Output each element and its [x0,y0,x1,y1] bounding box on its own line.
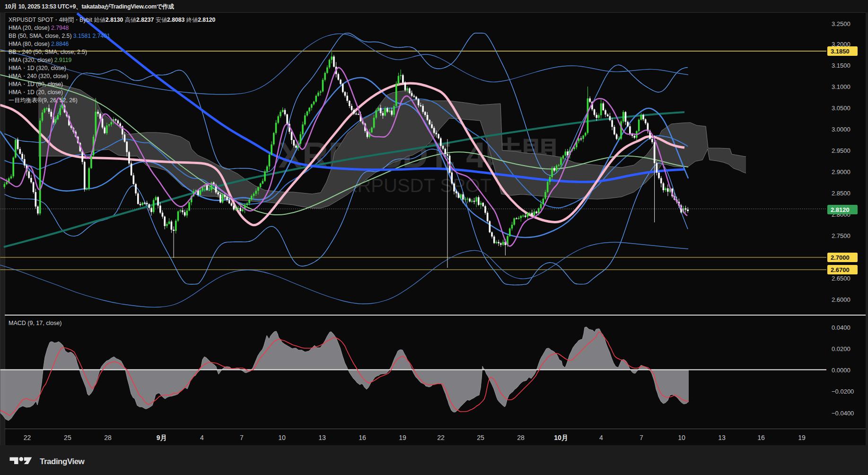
svg-text:7: 7 [640,434,643,441]
svg-text:2.6000: 2.6000 [832,296,850,303]
svg-text:3.1500: 3.1500 [832,62,850,69]
svg-text:28: 28 [104,434,112,441]
svg-text:XRPUSDT SPOT・4時間・Bybit 始値2.81: XRPUSDT SPOT・4時間・Bybit 始値2.8130 高値2.8237… [9,17,216,23]
svg-text:一目均衡表®(9, 26, 52, 26): 一目均衡表®(9, 26, 52, 26) [9,97,78,104]
svg-text:3.0000: 3.0000 [832,126,850,133]
svg-text:HMA・1D (20, close): HMA・1D (20, close) [9,89,63,96]
svg-text:−0.0200: −0.0200 [832,388,854,395]
svg-text:9月: 9月 [157,434,167,441]
svg-text:3.0500: 3.0500 [832,105,850,112]
svg-text:3.1850: 3.1850 [831,48,850,55]
svg-text:0.0400: 0.0400 [832,324,850,331]
svg-text:HMA (320, close) 2.9119: HMA (320, close) 2.9119 [9,57,71,63]
svg-text:HMA (80, close) 2.8846: HMA (80, close) 2.8846 [9,41,69,47]
svg-text:2.8500: 2.8500 [832,190,850,197]
svg-text:0.0000: 0.0000 [832,367,850,374]
svg-text:22: 22 [24,434,31,441]
svg-text:BB (50, SMA, close, 2.5) 3.15: BB (50, SMA, close, 2.5) 3.1581 2.7401 [9,33,110,39]
svg-text:HMA・240 (320, close): HMA・240 (320, close) [9,73,69,79]
svg-text:2.9500: 2.9500 [832,147,850,154]
svg-text:2.7000: 2.7000 [831,254,850,261]
svg-text:16: 16 [757,434,765,441]
svg-text:4: 4 [200,434,204,441]
svg-text:TradingView: TradingView [40,457,85,466]
svg-text:28: 28 [517,434,525,441]
svg-text:19: 19 [399,434,406,441]
svg-text:13: 13 [318,434,326,441]
svg-text:HMA・1D (320, close): HMA・1D (320, close) [9,65,66,71]
svg-text:HMA (20, close) 2.7948: HMA (20, close) 2.7948 [9,25,69,31]
svg-text:3.1000: 3.1000 [832,83,850,90]
svg-text:25: 25 [477,434,484,441]
svg-text:10月 10, 2025 13:53 UTC+9、takat: 10月 10, 2025 13:53 UTC+9、takatabaがTradin… [5,3,175,10]
svg-text:HMA・1D (80, close): HMA・1D (80, close) [9,81,63,88]
svg-text:2.8120: 2.8120 [831,206,850,213]
svg-text:2.7500: 2.7500 [832,232,850,239]
svg-text:10: 10 [278,434,286,441]
svg-text:2.6700: 2.6700 [831,266,850,273]
svg-text:BB・240 (50, SMA, close, 2.5): BB・240 (50, SMA, close, 2.5) [9,49,87,55]
svg-text:2.6500: 2.6500 [832,275,850,282]
svg-text:19: 19 [798,434,806,441]
svg-text:MACD (9, 17, close): MACD (9, 17, close) [9,320,62,326]
svg-text:25: 25 [64,434,71,441]
svg-text:0.0200: 0.0200 [832,345,850,352]
svg-text:13: 13 [718,434,726,441]
svg-text:10: 10 [678,434,685,441]
svg-text:2.9000: 2.9000 [832,168,850,176]
svg-text:7: 7 [240,434,244,441]
svg-text:22: 22 [437,434,445,441]
svg-text:−0.0400: −0.0400 [832,410,854,417]
svg-text:16: 16 [359,434,366,441]
svg-text:10月: 10月 [554,434,568,441]
svg-text:3.2500: 3.2500 [832,20,850,27]
svg-text:4: 4 [599,434,603,441]
